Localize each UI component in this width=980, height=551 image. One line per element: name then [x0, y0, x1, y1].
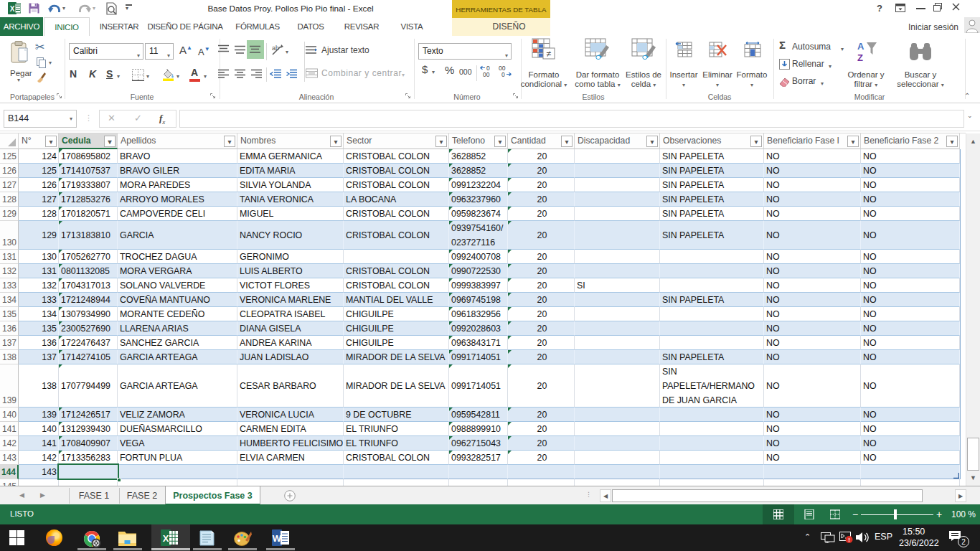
svg-text:≠: ≠ — [547, 49, 552, 59]
svg-text:00: 00 — [483, 71, 490, 77]
svg-text:X: X — [163, 533, 169, 544]
svg-text:X: X — [10, 5, 15, 13]
svg-text:2: 2 — [961, 538, 966, 546]
svg-text:Z: Z — [857, 52, 863, 63]
svg-text:W: W — [273, 533, 282, 544]
svg-text:ab: ab — [272, 44, 279, 52]
svg-text:!: ! — [848, 537, 850, 543]
svg-text:A: A — [857, 41, 864, 52]
